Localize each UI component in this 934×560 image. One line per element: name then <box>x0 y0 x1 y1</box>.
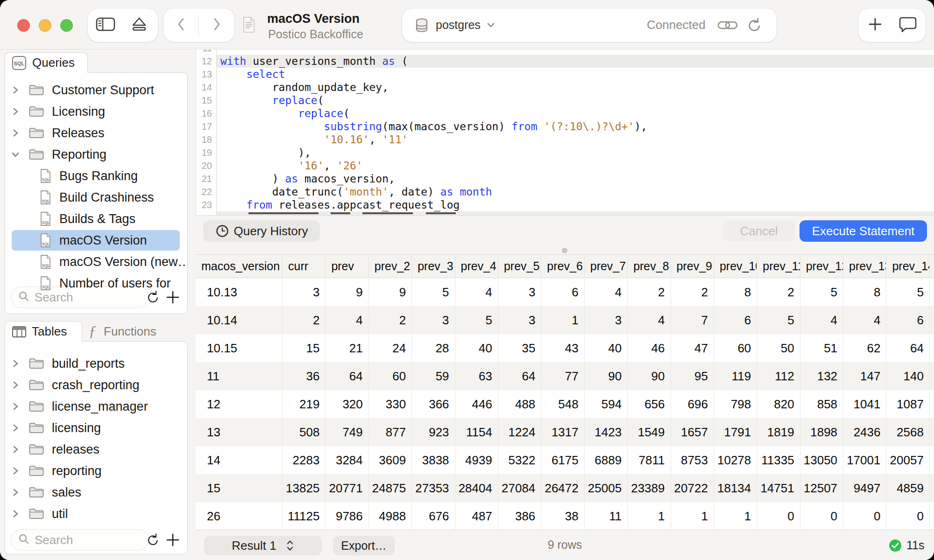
close-window-button[interactable] <box>17 19 30 32</box>
table-row-12[interactable]: 1221932033036644648854859465669679882085… <box>196 390 934 418</box>
cell[interactable]: 3 <box>498 306 541 334</box>
cell[interactable]: 1317 <box>541 418 584 446</box>
cell[interactable]: 9 <box>368 278 411 306</box>
cell[interactable]: 749 <box>325 418 368 446</box>
table-row-26[interactable]: 26111259786498867648738638111110000 <box>196 502 934 530</box>
cell[interactable]: 1154 <box>455 418 498 446</box>
cell[interactable]: 64 <box>325 362 368 390</box>
cell[interactable]: 2436 <box>843 418 886 446</box>
cell[interactable]: 11 <box>584 502 627 530</box>
cell[interactable]: 14751 <box>757 474 800 502</box>
column-header-prev-11[interactable]: prev_11 <box>757 255 800 278</box>
sidebar-item-macos-version[interactable]: SQLmacOS Version <box>5 230 186 251</box>
cell[interactable]: 60 <box>714 334 757 362</box>
cell[interactable]: 798 <box>714 390 757 418</box>
cell[interactable]: 26 <box>196 502 282 530</box>
column-header-prev-7[interactable]: prev_7 <box>584 255 627 278</box>
zoom-window-button[interactable] <box>60 19 73 32</box>
code-line-13[interactable]: 13 select <box>196 68 934 81</box>
chevron-down-icon[interactable] <box>486 22 495 30</box>
cell[interactable]: 9 <box>325 278 368 306</box>
cell[interactable]: 26472 <box>541 474 584 502</box>
cell[interactable]: 7 <box>671 306 714 334</box>
execute-statement-button[interactable]: Execute Statement <box>800 220 927 242</box>
cell[interactable]: 140 <box>886 362 929 390</box>
code-line-22[interactable]: 22 date_trunc('month', date) as month <box>196 185 934 198</box>
cell[interactable]: 4939 <box>455 446 498 474</box>
cell[interactable]: 147 <box>843 362 886 390</box>
cell[interactable]: 35 <box>498 334 541 362</box>
cell[interactable]: 1791 <box>714 418 757 446</box>
cell[interactable]: 4 <box>455 278 498 306</box>
cell[interactable]: 8 <box>714 278 757 306</box>
cell[interactable]: 46 <box>627 334 670 362</box>
cell[interactable]: 5322 <box>498 446 541 474</box>
column-header-curr[interactable]: curr <box>282 255 325 278</box>
cell[interactable]: 320 <box>325 390 368 418</box>
cell[interactable]: 5 <box>800 278 843 306</box>
cell[interactable]: 1 <box>671 502 714 530</box>
cell[interactable]: 3 <box>282 278 325 306</box>
cell[interactable]: 10278 <box>714 446 757 474</box>
cell[interactable]: 676 <box>411 502 454 530</box>
column-header-prev-8[interactable]: prev_8 <box>627 255 670 278</box>
chevron-down-icon[interactable] <box>5 151 26 158</box>
cell[interactable]: 10.13 <box>196 278 282 306</box>
column-header-prev-14[interactable]: prev_14 <box>886 255 929 278</box>
sidebar-item-reporting[interactable]: reporting <box>5 460 186 482</box>
cell[interactable]: 4 <box>325 306 368 334</box>
cell[interactable]: 6889 <box>584 446 627 474</box>
column-header-prev-5[interactable]: prev_5 <box>498 255 541 278</box>
cell[interactable]: 59 <box>411 362 454 390</box>
cell[interactable]: 594 <box>584 390 627 418</box>
code-line-16[interactable]: 16 replace( <box>196 107 934 120</box>
cell[interactable]: 7811 <box>627 446 670 474</box>
chevron-right-icon[interactable] <box>5 445 26 454</box>
cell[interactable]: 63 <box>455 362 498 390</box>
cell[interactable]: 77 <box>541 362 584 390</box>
cell[interactable]: 2 <box>671 278 714 306</box>
cell[interactable]: 656 <box>627 390 670 418</box>
table-row-10-13[interactable]: 10.13399543642282585 <box>196 278 934 306</box>
column-header-prev-12[interactable]: prev_12 <box>800 255 843 278</box>
cell[interactable]: 2 <box>368 306 411 334</box>
column-header-prev-3[interactable]: prev_3 <box>411 255 454 278</box>
cell[interactable]: 1423 <box>584 418 627 446</box>
sidebar-item-build-crashiness[interactable]: SQLBuild Crashiness <box>5 187 186 208</box>
cell[interactable]: 1 <box>627 502 670 530</box>
toggle-sidebar-button[interactable] <box>92 16 120 34</box>
cell[interactable]: 12507 <box>800 474 843 502</box>
cell[interactable]: 3 <box>584 306 627 334</box>
cell[interactable]: 13825 <box>282 474 325 502</box>
cell[interactable]: 487 <box>455 502 498 530</box>
sidebar-item-util[interactable]: util <box>5 503 186 525</box>
back-button[interactable] <box>168 16 194 34</box>
disconnect-button[interactable] <box>125 16 153 34</box>
sidebar-item-crash-reporting[interactable]: crash_reporting <box>5 374 186 396</box>
feedback-button[interactable] <box>894 16 922 34</box>
cell[interactable]: 9786 <box>325 502 368 530</box>
chevron-right-icon[interactable] <box>5 128 26 138</box>
cell[interactable]: 119 <box>714 362 757 390</box>
code-line-14[interactable]: 14 random_update_key, <box>196 81 934 94</box>
chevron-right-icon[interactable] <box>5 107 26 116</box>
cell[interactable]: 17001 <box>843 446 886 474</box>
code-line-23[interactable]: 23 from releases.appcast_request_log <box>196 198 934 211</box>
cell[interactable]: 20057 <box>886 446 929 474</box>
cell[interactable]: 23389 <box>627 474 670 502</box>
cell[interactable]: 366 <box>411 390 454 418</box>
sidebar-item-releases[interactable]: Releases <box>5 122 186 144</box>
cell[interactable]: 696 <box>671 390 714 418</box>
cell[interactable]: 3609 <box>368 446 411 474</box>
cell[interactable]: 1549 <box>627 418 670 446</box>
cell[interactable]: 38 <box>541 502 584 530</box>
cell[interactable]: 28 <box>411 334 454 362</box>
chevron-right-icon[interactable] <box>5 380 26 390</box>
cell[interactable]: 15 <box>282 334 325 362</box>
cell[interactable]: 24875 <box>368 474 411 502</box>
table-row-10-15[interactable]: 10.15152124284035434046476050516264 <box>196 334 934 362</box>
cell[interactable]: 1224 <box>498 418 541 446</box>
sidebar-item-builds-tags[interactable]: SQLBuilds & Tags <box>5 208 186 230</box>
reload-connection-icon[interactable] <box>747 16 763 36</box>
cell[interactable]: 40 <box>455 334 498 362</box>
